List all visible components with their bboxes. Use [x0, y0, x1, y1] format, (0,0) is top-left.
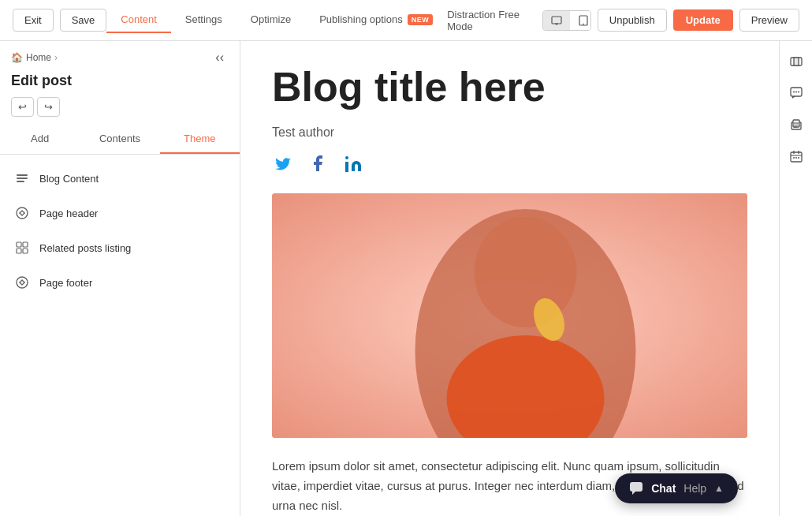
chat-chevron-icon: ▲	[714, 483, 724, 494]
grid-icon	[14, 240, 30, 256]
tab-optimize[interactable]: Optimize	[237, 7, 305, 33]
svg-point-39	[798, 157, 799, 159]
sidebar: 🏠 Home › ‹‹ Edit post ↩ ↪ Add Contents T…	[0, 41, 240, 516]
preview-button[interactable]: Preview	[739, 9, 799, 32]
svg-rect-21	[630, 482, 643, 492]
twitter-icon[interactable]	[272, 152, 294, 174]
facebook-icon[interactable]	[307, 152, 329, 174]
chat-help-label: Help	[683, 482, 706, 495]
topbar-left: Exit Save	[13, 9, 106, 32]
svg-rect-10	[23, 242, 28, 247]
page-header-icon	[14, 205, 30, 221]
toggle-tablet[interactable]	[570, 11, 591, 30]
sidebar-tab-add[interactable]: Add	[0, 125, 80, 154]
sidebar-item-page-footer[interactable]: Page footer	[0, 265, 240, 300]
right-icon-chat[interactable]	[782, 79, 810, 107]
content-inner: Blog title here Test author	[240, 41, 779, 516]
sidebar-item-blog-content[interactable]: Blog Content	[0, 161, 240, 196]
svg-point-25	[793, 92, 795, 93]
svg-rect-6	[17, 178, 28, 179]
svg-rect-12	[23, 249, 28, 253]
svg-point-13	[17, 277, 28, 288]
chat-bubble-icon	[629, 481, 643, 495]
list-icon	[14, 170, 30, 186]
update-button[interactable]: Update	[673, 9, 733, 31]
distraction-free-label: Distraction Free Mode	[447, 9, 536, 32]
redo-button[interactable]: ↪	[37, 97, 60, 117]
svg-point-38	[795, 157, 797, 159]
svg-rect-9	[17, 242, 21, 247]
unpublish-button[interactable]: Unpublish	[598, 9, 667, 32]
sidebar-item-related-posts[interactable]: Related posts listing	[0, 230, 240, 265]
sidebar-item-page-header[interactable]: Page header	[0, 196, 240, 230]
blog-title: Blog title here	[272, 65, 747, 110]
breadcrumb: 🏠 Home ›	[11, 52, 58, 63]
svg-point-15	[345, 156, 348, 159]
right-icon-expand[interactable]	[782, 47, 810, 76]
toggle-desktop[interactable]	[543, 11, 570, 30]
linkedin-icon[interactable]	[341, 152, 363, 174]
svg-point-37	[793, 157, 795, 159]
tab-publishing[interactable]: Publishing options NEW	[305, 7, 447, 33]
right-icon-layers[interactable]	[782, 110, 810, 139]
topbar: Exit Save Content Settings Optimize Publ…	[0, 0, 812, 41]
svg-rect-11	[17, 249, 21, 253]
sidebar-tabs: Add Contents Theme	[0, 125, 240, 155]
home-icon: 🏠	[11, 52, 23, 63]
main-layout: 🏠 Home › ‹‹ Edit post ↩ ↪ Add Contents T…	[0, 41, 812, 516]
svg-rect-7	[17, 181, 24, 182]
sidebar-item-label: Page header	[39, 208, 98, 219]
sidebar-item-label: Related posts listing	[39, 242, 131, 254]
view-toggle-group	[542, 10, 591, 31]
sidebar-tab-contents[interactable]: Contents	[80, 125, 159, 154]
sidebar-header: 🏠 Home › ‹‹	[0, 41, 240, 68]
content-area: Blog title here Test author	[240, 41, 779, 516]
sidebar-items: Blog Content Page header	[0, 155, 240, 306]
chat-widget[interactable]: Chat Help ▲	[615, 473, 738, 503]
new-badge: NEW	[408, 14, 434, 25]
tab-content[interactable]: Content	[106, 7, 171, 33]
svg-rect-14	[345, 162, 348, 172]
svg-point-8	[17, 208, 28, 219]
page-footer-icon	[14, 275, 30, 290]
undo-button[interactable]: ↩	[11, 97, 34, 117]
sidebar-item-label: Blog Content	[39, 173, 99, 185]
undo-redo-group: ↩ ↪	[0, 97, 240, 125]
svg-rect-0	[552, 17, 561, 24]
svg-rect-23	[794, 58, 799, 65]
chat-label: Chat	[651, 482, 676, 495]
right-icon-calendar[interactable]	[782, 142, 810, 170]
svg-point-18	[475, 217, 577, 327]
exit-button[interactable]: Exit	[13, 9, 54, 32]
nav-tabs: Content Settings Optimize Publishing opt…	[106, 7, 447, 33]
breadcrumb-home[interactable]: Home	[26, 52, 51, 63]
topbar-right: Distraction Free Mode Unpublish Update P…	[447, 9, 799, 32]
sidebar-tab-theme[interactable]: Theme	[160, 125, 240, 154]
svg-point-27	[798, 92, 799, 93]
svg-point-26	[795, 92, 797, 93]
social-icons	[272, 152, 747, 174]
blog-author: Test author	[272, 125, 747, 140]
svg-rect-5	[17, 174, 28, 176]
tab-settings[interactable]: Settings	[171, 7, 237, 33]
breadcrumb-chevron: ›	[54, 52, 58, 63]
blog-featured-image	[272, 193, 747, 438]
edit-post-title: Edit post	[0, 68, 240, 97]
collapse-sidebar-button[interactable]: ‹‹	[210, 49, 229, 66]
save-button[interactable]: Save	[60, 9, 107, 32]
sidebar-item-label: Page footer	[39, 277, 92, 289]
right-panel	[779, 41, 812, 516]
